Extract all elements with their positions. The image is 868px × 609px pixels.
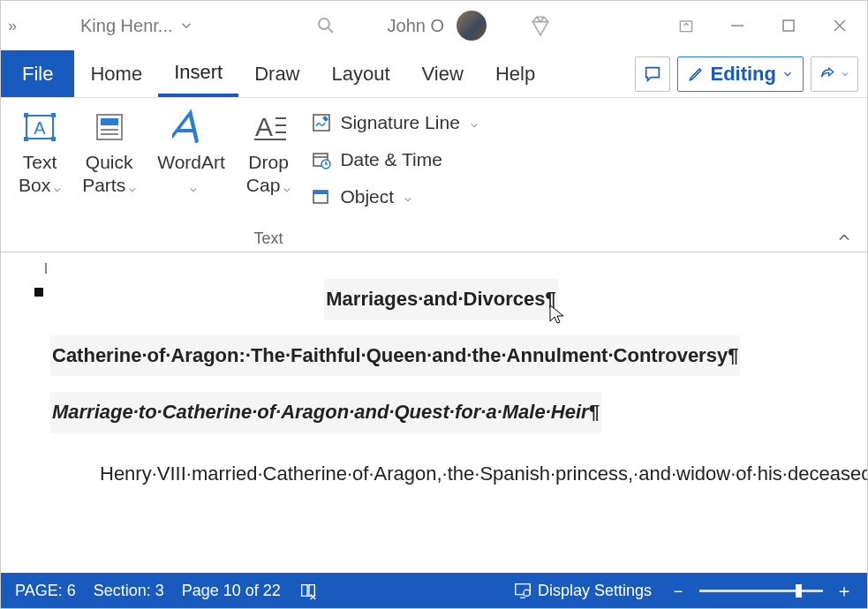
svg-text:A: A xyxy=(34,118,46,138)
group-textbox: A TextBox⌵ xyxy=(13,103,66,250)
pencil-icon xyxy=(687,65,705,83)
chevron-down-icon xyxy=(178,18,194,34)
heading-1[interactable]: Marriages·and·Divorces¶ xyxy=(324,279,557,320)
display-settings-button[interactable]: Display Settings xyxy=(513,581,652,600)
maximize-button[interactable] xyxy=(768,8,809,43)
book-x-icon xyxy=(298,581,318,600)
wordart-label: WordArt xyxy=(157,152,225,172)
group-label-text: Text xyxy=(254,229,283,250)
tab-draw[interactable]: Draw xyxy=(238,50,315,97)
more-commands-icon[interactable]: » xyxy=(8,17,17,35)
status-pages[interactable]: Page 10 of 22 xyxy=(182,582,281,600)
titlebar-center: John O xyxy=(315,11,552,41)
avatar[interactable] xyxy=(457,11,487,41)
wordart-icon xyxy=(172,108,211,147)
tab-help[interactable]: Help xyxy=(479,50,551,97)
comments-button[interactable] xyxy=(635,56,670,92)
textbox-button[interactable]: A TextBox⌵ xyxy=(13,103,66,218)
date-time-button[interactable]: Date & Time xyxy=(306,146,480,174)
datetime-label: Date & Time xyxy=(340,149,442,170)
svg-point-0 xyxy=(319,19,329,29)
svg-rect-22 xyxy=(313,115,329,131)
editing-label: Editing xyxy=(710,63,776,86)
svg-rect-8 xyxy=(24,113,28,117)
search-icon[interactable] xyxy=(315,15,336,36)
tab-view[interactable]: View xyxy=(406,50,479,97)
zoom-in-button[interactable]: ＋ xyxy=(835,579,853,603)
group-quickparts: QuickParts⌵ xyxy=(77,103,141,250)
tab-layout[interactable]: Layout xyxy=(316,50,406,97)
display-settings-label: Display Settings xyxy=(538,582,652,600)
object-button[interactable]: Object ⌵ xyxy=(306,183,480,211)
editing-mode-button[interactable]: Editing xyxy=(677,56,804,92)
svg-point-30 xyxy=(524,590,530,596)
quickparts-icon xyxy=(92,109,127,145)
svg-rect-14 xyxy=(101,118,118,125)
dropcap-button[interactable]: A DropCap⌵ xyxy=(241,103,297,218)
title-bar: » King Henr... John O xyxy=(1,1,867,50)
diamond-icon[interactable] xyxy=(529,14,552,37)
tab-home[interactable]: Home xyxy=(74,50,158,97)
status-page[interactable]: PAGE: 6 xyxy=(15,582,76,600)
comment-icon xyxy=(643,64,662,84)
close-button[interactable] xyxy=(819,8,860,43)
svg-rect-10 xyxy=(24,137,28,141)
dropcap-label: DropCap xyxy=(246,152,289,195)
quickparts-button[interactable]: QuickParts⌵ xyxy=(77,103,141,218)
signature-line-button[interactable]: Signature Line ⌵ xyxy=(306,109,480,137)
ribbon-body: A TextBox⌵ QuickParts⌵ WordArt⌵ A DropCa… xyxy=(1,98,867,252)
chevron-down-icon xyxy=(840,69,850,79)
window-controls xyxy=(666,8,860,43)
heading-2[interactable]: Catherine·of·Aragon:·The·Faithful·Queen·… xyxy=(50,335,740,376)
svg-rect-27 xyxy=(313,191,328,194)
group-small-buttons: Signature Line ⌵ Date & Time Object ⌵ xyxy=(306,103,480,211)
status-bar: PAGE: 6 Section: 3 Page 10 of 22 Display… xyxy=(1,573,867,608)
ribbon-tabs: File Home Insert Draw Layout View Help E… xyxy=(1,50,867,98)
ruler-tick xyxy=(45,263,47,274)
cursor-icon xyxy=(548,304,566,325)
svg-rect-11 xyxy=(51,137,56,141)
signature-icon xyxy=(311,112,332,133)
group-wordart: WordArt⌵ xyxy=(152,103,230,250)
share-button[interactable] xyxy=(811,56,858,92)
dropcap-icon: A xyxy=(249,108,288,147)
svg-text:A: A xyxy=(255,112,273,141)
zoom-thumb[interactable] xyxy=(796,584,802,598)
svg-line-1 xyxy=(328,28,333,33)
body-paragraph[interactable]: Henry·VIII·married·Catherine·of·Aragon,·… xyxy=(50,449,832,499)
status-proofing-icon[interactable] xyxy=(298,581,318,600)
signature-label: Signature Line xyxy=(340,112,459,133)
minimize-button[interactable] xyxy=(717,8,758,43)
group-dropcap: A DropCap⌵ Text xyxy=(241,103,297,250)
chevron-down-icon: ⌵ xyxy=(471,117,478,130)
svg-rect-4 xyxy=(783,20,794,31)
page[interactable]: Marriages·and·Divorces¶ Catherine·of·Ara… xyxy=(1,252,867,516)
svg-rect-9 xyxy=(51,113,56,117)
object-label: Object xyxy=(340,186,394,207)
status-section[interactable]: Section: 3 xyxy=(94,582,164,600)
tab-insert[interactable]: Insert xyxy=(158,50,238,97)
zoom-controls: － ＋ xyxy=(669,579,853,603)
document-area[interactable]: Marriages·and·Divorces¶ Catherine·of·Ara… xyxy=(1,252,867,573)
textbox-label: TextBox xyxy=(19,152,57,195)
zoom-out-button[interactable]: － xyxy=(669,579,687,603)
titlebar-left: » King Henr... xyxy=(8,16,201,36)
ribbon-display-icon[interactable] xyxy=(666,8,706,43)
document-title-dropdown[interactable]: King Henr... xyxy=(73,16,201,36)
zoom-slider[interactable] xyxy=(699,590,823,592)
chevron-up-icon xyxy=(835,229,853,246)
share-icon xyxy=(819,65,836,83)
calendar-clock-icon xyxy=(311,149,332,170)
heading-3[interactable]: Marriage·to·Catherine·of·Aragon·and·Ques… xyxy=(50,392,601,432)
document-title: King Henr... xyxy=(80,16,173,36)
textbox-icon: A xyxy=(22,109,57,145)
object-icon xyxy=(311,186,332,207)
tab-file[interactable]: File xyxy=(1,50,74,97)
quickparts-label: QuickParts xyxy=(82,152,132,195)
user-name: John O xyxy=(388,16,444,36)
chevron-down-icon: ⌵ xyxy=(404,191,411,204)
chevron-down-icon xyxy=(781,68,794,80)
wordart-button[interactable]: WordArt⌵ xyxy=(152,103,230,218)
display-settings-icon xyxy=(513,581,532,600)
collapse-ribbon-button[interactable] xyxy=(835,229,853,246)
